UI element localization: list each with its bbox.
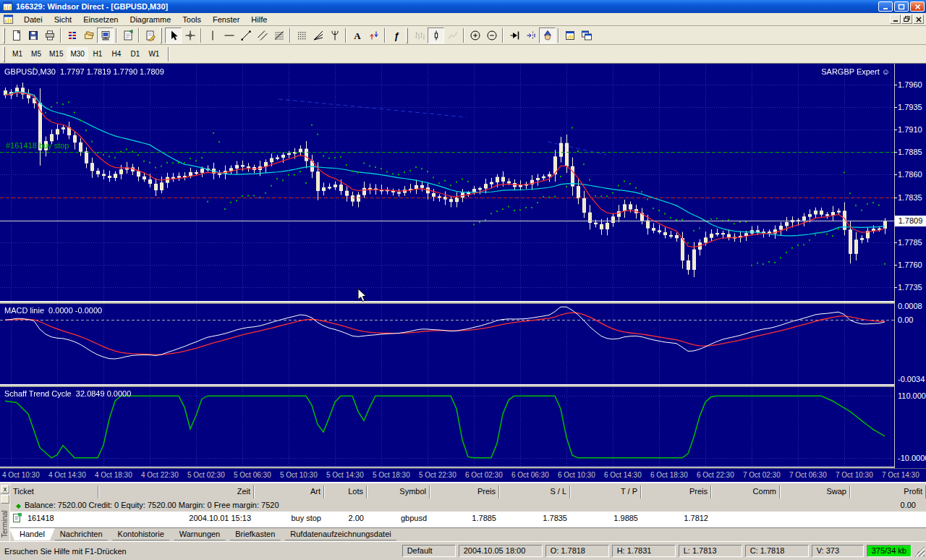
candlestick-chart-button[interactable]: [428, 27, 444, 43]
zoom-in-button[interactable]: [467, 27, 483, 43]
title-bar[interactable]: 166329: Windsor Direct - [GBPUSD,M30]: [0, 0, 926, 13]
arrow-objects-button[interactable]: [365, 27, 382, 43]
resize-grip[interactable]: [914, 546, 925, 556]
new-order-button[interactable]: [119, 27, 136, 43]
expert-advisor-button[interactable]: [539, 27, 556, 43]
terminal-tab-nachrichten[interactable]: Nachrichten: [50, 528, 113, 540]
child-minimize-button[interactable]: [890, 14, 901, 24]
market-watch-button[interactable]: [64, 27, 80, 43]
toolbar-grip[interactable]: [406, 27, 408, 43]
timeframe-h1-button[interactable]: H1: [88, 47, 107, 61]
cursor-icon: [168, 30, 179, 41]
toolbar-separator: [289, 28, 291, 43]
andrews-pitchfork-button[interactable]: [326, 27, 343, 43]
zoom-out-button[interactable]: [483, 27, 500, 43]
indicators-button[interactable]: ƒ: [388, 27, 404, 43]
vertical-line-button[interactable]: [204, 27, 221, 43]
chart-canvas[interactable]: [0, 64, 894, 468]
chart-window-icon: [3, 14, 14, 25]
trendline-button[interactable]: [237, 27, 254, 43]
terminal-tab-warnungen[interactable]: Warnungen: [169, 528, 230, 540]
balance-row[interactable]: ◆Balance: 7520.00 Credit: 0 Equity: 7520…: [10, 499, 926, 512]
menu-item-datei[interactable]: Datei: [18, 13, 48, 26]
new-chart-button[interactable]: [8, 27, 25, 43]
column-header-swap[interactable]: Swap: [780, 485, 850, 499]
terminal-button[interactable]: [97, 27, 114, 43]
terminal-tab-handel[interactable]: Handel: [9, 528, 55, 540]
column-header-zeit[interactable]: Zeit: [98, 485, 254, 499]
timeframe-m5-button[interactable]: M5: [27, 47, 46, 61]
timeframe-h4-button[interactable]: H4: [107, 47, 126, 61]
column-header-preis[interactable]: Preis: [641, 485, 711, 499]
close-button[interactable]: [910, 1, 925, 12]
order-cell-sl: 1.7835: [499, 512, 570, 525]
status-cell-1: 2004.10.05 18:00: [459, 545, 543, 557]
menu-item-tools[interactable]: Tools: [177, 13, 207, 26]
crosshair-button[interactable]: [182, 27, 198, 43]
menu-item-einsetzen[interactable]: Einsetzen: [77, 13, 124, 26]
status-cell-2: O: 1.7818: [545, 545, 609, 557]
history-center-button[interactable]: [80, 27, 97, 43]
text-label-button[interactable]: A: [349, 27, 365, 43]
chart-shift-button[interactable]: [522, 27, 539, 43]
column-header-tp[interactable]: T / P: [570, 485, 641, 499]
fibonacci-fan-button[interactable]: [310, 27, 326, 43]
toolbar-separator: [168, 47, 169, 61]
timeframe-m15-button[interactable]: M15: [46, 47, 67, 61]
metaeditor-button[interactable]: [142, 27, 158, 43]
child-restore-button[interactable]: [901, 14, 912, 24]
timeframe-w1-button[interactable]: W1: [145, 47, 163, 61]
equidistant-channel-button[interactable]: [254, 27, 271, 43]
toolbar-grip[interactable]: [160, 27, 162, 43]
minimize-button[interactable]: [878, 1, 893, 12]
zoomin-icon: [470, 30, 481, 41]
toolbar-separator: [463, 28, 464, 43]
cursor-button[interactable]: [165, 27, 182, 43]
column-header-lots[interactable]: Lots: [324, 485, 367, 499]
toolbar-grip[interactable]: [3, 27, 5, 43]
order-row[interactable]: 1614182004.10.01 15:13buy stop2.00gbpusd…: [10, 512, 926, 525]
toolbar-grip[interactable]: [3, 46, 5, 62]
time-axis-label: 5 Oct 10:30: [280, 471, 318, 479]
horizontal-line-button[interactable]: [221, 27, 237, 43]
cascade-windows-button[interactable]: [578, 27, 595, 43]
time-axis-label: 4 Oct 10:30: [2, 471, 40, 479]
terminal-tab-briefkasten[interactable]: Briefkasten: [225, 528, 285, 540]
menu-item-hilfe[interactable]: Hilfe: [245, 13, 273, 26]
child-close-button[interactable]: [913, 14, 924, 24]
menu-item-fenster[interactable]: Fenster: [207, 13, 245, 26]
column-header-ticket[interactable]: Ticket: [10, 485, 98, 499]
order-cell-art: buy stop: [254, 512, 324, 525]
column-header-preis[interactable]: Preis: [430, 485, 499, 499]
terminal-strip-title: Terminal: [1, 506, 9, 541]
floppy-icon: [27, 30, 39, 41]
column-header-comm[interactable]: Comm: [711, 485, 780, 499]
menu-item-diagramme[interactable]: Diagramme: [124, 13, 177, 26]
timeframe-d1-button[interactable]: D1: [126, 47, 145, 61]
menu-item-sicht[interactable]: Sicht: [48, 13, 77, 26]
menu-items: DateiSichtEinsetzenDiagrammeToolsFenster…: [18, 13, 273, 26]
time-axis-label: 4 Oct 14:30: [48, 471, 86, 479]
terminal-tab-kontohistorie[interactable]: Kontohistorie: [108, 528, 174, 540]
fibonacci-retracement-button[interactable]: [271, 27, 287, 43]
terminal-side-strip: x Terminal: [0, 483, 10, 543]
bars-icon: [414, 30, 425, 41]
terminal-close-button[interactable]: x: [1, 485, 9, 493]
new-window-button[interactable]: [561, 27, 578, 43]
column-header-profit[interactable]: Profit: [850, 485, 926, 499]
window-title: 166329: Windsor Direct - [GBPUSD,M30]: [16, 2, 168, 11]
terminal-tab-rufdatenaufzeichnungsdatei[interactable]: Rufdatenaufzeichnungsdatei: [280, 528, 401, 540]
time-axis[interactable]: 4 Oct 10:304 Oct 14:304 Oct 18:304 Oct 2…: [0, 468, 926, 482]
maximize-button[interactable]: [894, 1, 909, 12]
column-header-art[interactable]: Art: [254, 485, 324, 499]
column-header-sl[interactable]: S / L: [499, 485, 570, 499]
print-button[interactable]: [41, 27, 58, 43]
timeframe-m30-button[interactable]: M30: [67, 47, 88, 61]
auto-scroll-button[interactable]: [506, 27, 522, 43]
save-profile-button[interactable]: [25, 27, 41, 43]
main-toolbar: Aƒ: [0, 26, 926, 45]
terminal-strip-icon[interactable]: [1, 495, 9, 504]
column-header-symbol[interactable]: Symbol: [367, 485, 430, 499]
grid-button[interactable]: [293, 27, 310, 43]
timeframe-m1-button[interactable]: M1: [8, 47, 27, 61]
